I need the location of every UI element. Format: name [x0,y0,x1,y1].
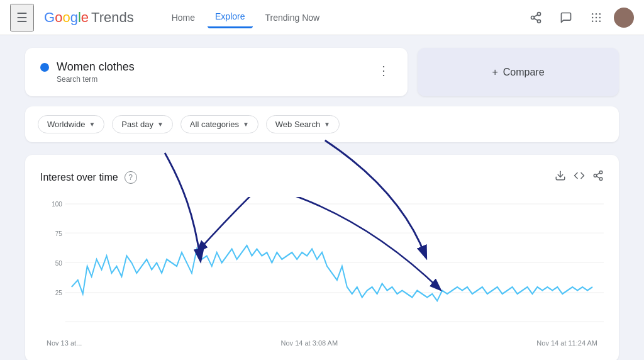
interest-over-time-card: Interest over time ? [25,155,619,360]
chart-x-labels: Nov 13 at... Nov 14 at 3:08 AM Nov 14 at… [40,339,604,347]
svg-line-19 [596,173,599,175]
search-term-dot [40,63,49,72]
categories-chevron-icon: ▼ [243,121,249,128]
compare-label: Compare [503,67,545,78]
user-avatar[interactable] [614,8,634,28]
nav-home[interactable]: Home [164,8,203,28]
x-label-2: Nov 14 at 11:24 AM [536,339,597,347]
main-nav: Home Explore Trending Now [164,6,327,28]
search-type-filter-label: Web Search [275,120,320,129]
svg-line-18 [596,176,599,178]
share-chart-icon[interactable] [592,170,604,184]
chart-title: Interest over time [40,172,118,183]
svg-point-9 [596,16,597,18]
share-icon[interactable] [523,5,548,30]
chart-title-area: Interest over time ? [40,171,137,184]
svg-point-12 [596,20,597,22]
chart-area: 100 75 50 25 [40,197,604,335]
svg-point-7 [599,13,601,14]
svg-line-3 [534,18,538,20]
header-right [523,5,634,30]
chart-svg: 100 75 50 25 [40,197,604,335]
svg-point-10 [599,16,601,18]
nav-explore[interactable]: Explore [208,6,252,28]
time-filter[interactable]: Past day ▼ [112,115,173,133]
svg-point-8 [592,16,594,18]
help-icon[interactable]: ? [125,171,137,184]
trends-label: Trends [91,9,134,26]
region-chevron-icon: ▼ [89,121,95,128]
search-term-text: Women clothes Search term [57,60,135,84]
hamburger-menu-icon[interactable]: ☰ [10,4,34,31]
embed-code-icon[interactable] [574,170,585,184]
google-trends-logo[interactable]: Google Trends [44,9,134,26]
categories-filter-label: All categories [190,120,239,129]
x-label-0: Nov 13 at... [47,339,82,347]
search-term-card: Women clothes Search term ⋮ [25,48,408,96]
region-filter-label: Worldwide [47,120,85,129]
svg-line-4 [534,14,538,16]
svg-text:100: 100 [52,201,62,208]
svg-text:50: 50 [55,259,62,267]
search-term-title: Women clothes [57,60,135,74]
search-type-filter[interactable]: Web Search ▼ [266,115,340,133]
nav-trending-now[interactable]: Trending Now [258,8,328,28]
chart-actions [555,170,604,184]
compare-button[interactable]: + Compare [418,48,619,96]
svg-point-11 [592,20,594,22]
svg-point-6 [596,13,597,14]
more-options-icon[interactable]: ⋮ [375,60,392,81]
apps-icon[interactable] [584,5,609,30]
categories-filter[interactable]: All categories ▼ [180,115,258,133]
search-type-chevron-icon: ▼ [324,121,330,128]
region-filter[interactable]: Worldwide ▼ [38,115,104,133]
svg-text:25: 25 [55,290,62,297]
search-compare-row: Women clothes Search term ⋮ + Compare [25,48,619,96]
svg-text:75: 75 [55,230,62,237]
time-chevron-icon: ▼ [157,121,164,128]
filters-row: Worldwide ▼ Past day ▼ All categories ▼ … [25,106,619,142]
search-term-info: Women clothes Search term [40,60,135,84]
svg-point-5 [592,13,594,14]
svg-point-13 [599,20,601,22]
x-label-1: Nov 14 at 3:08 AM [281,339,338,347]
compare-plus-icon: + [492,67,497,78]
time-filter-label: Past day [121,120,153,129]
chart-header: Interest over time ? [40,170,604,184]
message-icon[interactable] [553,5,579,30]
main-content: Women clothes Search term ⋮ + Compare Wo… [0,35,644,360]
header: ☰ Google Trends Home Explore Trending No… [0,0,644,35]
download-icon[interactable] [555,170,566,184]
search-term-subtitle: Search term [57,75,135,84]
